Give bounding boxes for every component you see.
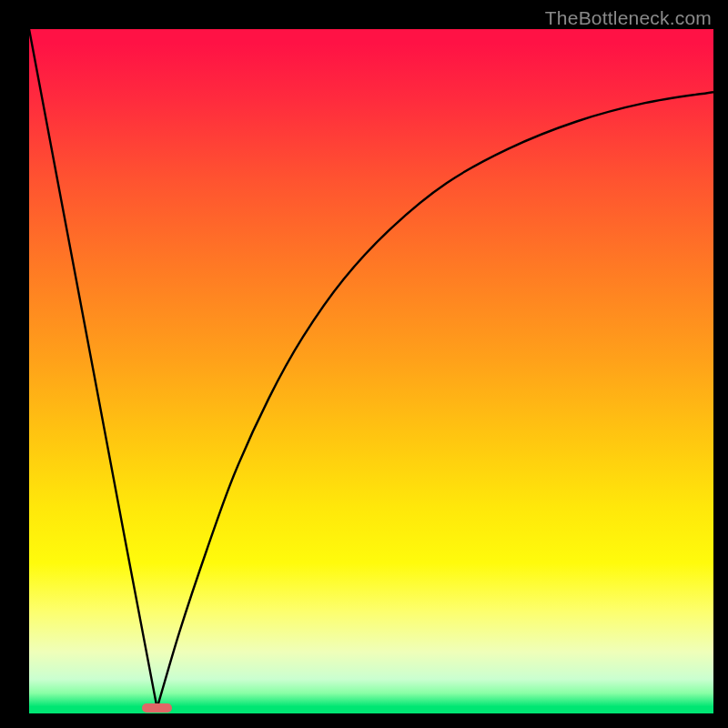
left-line-path: [29, 29, 157, 708]
curve-layer: [29, 29, 713, 713]
right-curve-path: [157, 92, 713, 708]
bottleneck-marker: [142, 703, 172, 713]
plot-area: [29, 29, 713, 713]
watermark-text: TheBottleneck.com: [545, 7, 712, 29]
chart-stage: TheBottleneck.com: [0, 0, 728, 728]
